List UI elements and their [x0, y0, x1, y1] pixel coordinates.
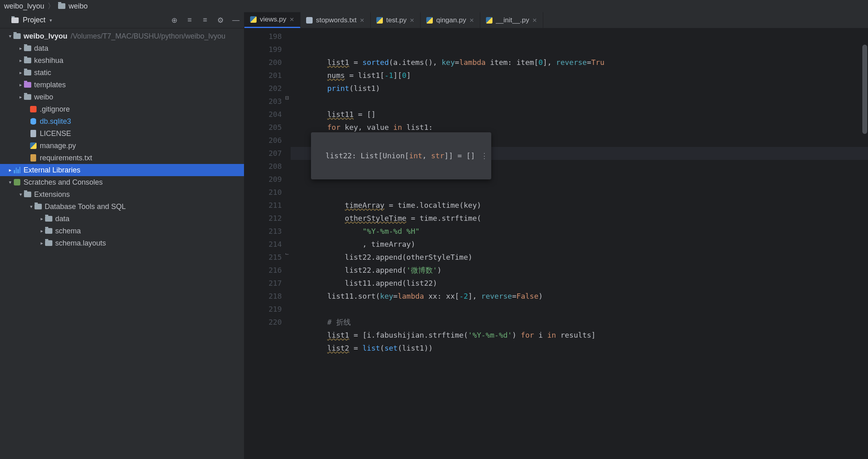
tab-init[interactable]: __init__.py✕: [480, 12, 543, 28]
gear-icon[interactable]: ⚙: [216, 16, 225, 24]
close-icon[interactable]: ✕: [289, 16, 294, 23]
more-icon[interactable]: ⋮: [481, 149, 487, 162]
tree-file-requirements[interactable]: requirements.txt: [0, 152, 244, 164]
project-tool-header: Project ▾ ⊕ ≡ ≡ ⚙ —: [0, 12, 244, 28]
breadcrumb-root[interactable]: weibo_lvyou: [4, 2, 44, 11]
close-icon[interactable]: ✕: [532, 17, 537, 24]
tree-scratches[interactable]: Scratches and Consoles: [0, 176, 244, 188]
project-tree[interactable]: weibo_lvyou /Volumes/T7_MAC/BUSHU/python…: [0, 28, 244, 249]
chevron-right-icon: 〉: [48, 1, 55, 11]
close-icon[interactable]: ✕: [410, 17, 415, 24]
tree-file-license[interactable]: LICENSE: [0, 127, 244, 140]
collapse-all-icon[interactable]: ≡: [201, 16, 209, 24]
fold-end-icon[interactable]: ⌙: [285, 251, 289, 256]
line-gutter: 1981992002012022032042052062072082092102…: [244, 28, 285, 459]
python-icon: [426, 17, 433, 24]
tree-file-manage[interactable]: manage.py: [0, 140, 244, 152]
expand-all-icon[interactable]: ≡: [186, 16, 194, 24]
tree-extensions[interactable]: Extensions: [0, 188, 244, 200]
breadcrumb: weibo_lvyou 〉 weibo: [0, 0, 868, 12]
project-icon: [11, 17, 19, 23]
tree-file-gitignore[interactable]: .gitignore: [0, 103, 244, 115]
editor-panel: views.py✕ stopwords.txt✕ test.py✕ qingan…: [244, 12, 868, 459]
tree-external-libraries[interactable]: External Libraries: [0, 164, 244, 176]
tree-folder-data[interactable]: data: [0, 42, 244, 54]
tree-db-tools[interactable]: Database Tools and SQL: [0, 200, 244, 213]
tree-folder-static[interactable]: static: [0, 67, 244, 79]
tree-folder-weibo[interactable]: weibo: [0, 91, 244, 103]
fold-marker-icon[interactable]: ⊟: [285, 95, 289, 101]
text-icon: [306, 17, 313, 24]
tab-qingan[interactable]: qingan.py✕: [421, 12, 480, 28]
editor-tabs: views.py✕ stopwords.txt✕ test.py✕ qingan…: [244, 12, 868, 28]
project-title[interactable]: Project: [23, 16, 45, 24]
code-editor[interactable]: 1981992002012022032042052062072082092102…: [244, 28, 868, 459]
python-icon: [250, 16, 257, 23]
tree-file-db[interactable]: db.sqlite3: [0, 115, 244, 127]
tree-root[interactable]: weibo_lvyou /Volumes/T7_MAC/BUSHU/python…: [0, 30, 244, 42]
hide-icon[interactable]: —: [232, 16, 240, 24]
python-icon: [376, 17, 383, 24]
tree-folder-keshihua[interactable]: keshihua: [0, 54, 244, 67]
tree-item[interactable]: schema: [0, 225, 244, 237]
tree-root-name: weibo_lvyou: [24, 30, 67, 42]
tab-stopwords[interactable]: stopwords.txt✕: [300, 12, 371, 28]
breadcrumb-current[interactable]: weibo: [69, 2, 88, 11]
type-hint-tooltip: list22: List[Union[int, str]] = [] ⋮: [311, 132, 491, 179]
close-icon[interactable]: ✕: [469, 17, 474, 24]
tree-folder-templates[interactable]: templates: [0, 79, 244, 91]
folder-icon: [58, 3, 65, 9]
tree-item[interactable]: schema.layouts: [0, 237, 244, 249]
tab-test[interactable]: test.py✕: [371, 12, 421, 28]
tree-item[interactable]: data: [0, 213, 244, 225]
code-content[interactable]: list1 = sorted(a.items(), key=lambda ite…: [291, 28, 868, 459]
python-icon: [486, 17, 492, 24]
tree-root-path: /Volumes/T7_MAC/BUSHU/python/weibo_lvyou: [71, 30, 225, 42]
chevron-down-icon[interactable]: ▾: [50, 17, 52, 23]
project-sidebar: Project ▾ ⊕ ≡ ≡ ⚙ — weibo_lvyou /Volumes…: [0, 12, 244, 459]
vertical-scrollbar[interactable]: [862, 45, 867, 134]
tab-views[interactable]: views.py✕: [244, 12, 300, 28]
fold-strip[interactable]: ⊟ ⌙: [285, 28, 291, 459]
locate-icon[interactable]: ⊕: [170, 16, 178, 24]
close-icon[interactable]: ✕: [360, 17, 365, 24]
